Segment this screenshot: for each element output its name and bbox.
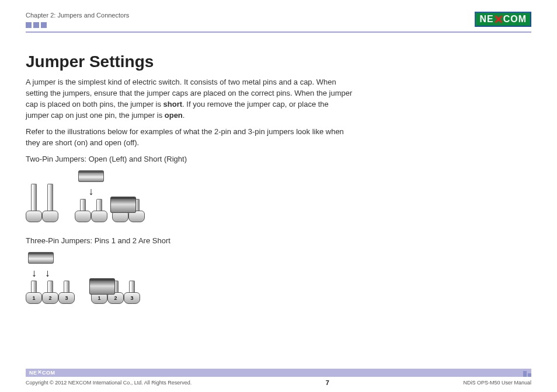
chapter-title: Chapter 2: Jumpers and Connectors [26,12,129,19]
logo-text-left: NE [479,14,493,24]
jumper-cap-icon [78,170,104,182]
brand-logo: NE COM [475,12,531,27]
logo-text-right: COM [503,14,527,24]
two-pin-caption: Two-Pin Jumpers: Open (Left) and Short (… [26,155,353,163]
copyright-text: Copyright © 2012 NEXCOM International Co… [26,380,192,386]
three-pin-caption: Three-Pin Jumpers: Pins 1 and 2 Are Shor… [26,236,353,245]
down-arrow-icon: ↓ [32,267,37,279]
footer-squares-icon [521,369,531,377]
page-content: Jumper Settings A jumper is the simplest… [26,33,353,304]
x-icon [495,15,503,23]
jumper-cap-on-icon [110,197,136,213]
intro-paragraph-1: A jumper is the simplest kind of electri… [26,77,353,121]
intro-paragraph-2: Refer to the illustrations below for exa… [26,127,353,149]
header-squares-icon [26,22,129,28]
page-footer: NE✕COM Copyright © 2012 NEXCOM Internati… [26,369,531,386]
two-pin-illustration: ↓ [26,170,353,222]
down-arrow-icon: ↓ [45,267,50,279]
three-pin-illustration: ↓ ↓ 1 2 3 1 2 3 [26,252,353,304]
two-pin-open-icon [26,184,58,222]
manual-name: NDiS OPS-M50 User Manual [463,380,531,386]
page-number: 7 [326,379,329,386]
two-pin-short-icon: ↓ [75,170,145,222]
down-arrow-icon: ↓ [89,186,94,198]
three-pin-before-icon: ↓ ↓ 1 2 3 [26,252,75,304]
three-pin-after-icon: 1 2 3 [91,281,140,304]
page-title: Jumper Settings [26,52,353,71]
footer-logo: NE✕COM [29,370,55,376]
